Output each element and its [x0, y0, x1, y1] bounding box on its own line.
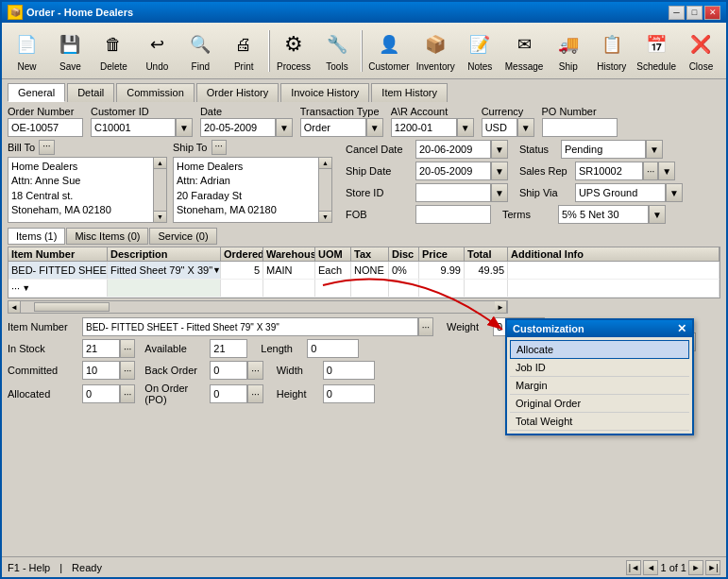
sales-rep-dots-btn[interactable]: ···	[643, 162, 658, 180]
undo-button[interactable]: ↩ Undo	[136, 26, 178, 77]
customer-id-input[interactable]	[91, 118, 176, 137]
cell-total-2[interactable]	[465, 280, 508, 297]
bill-to-scroll-down[interactable]: ▼	[154, 211, 166, 222]
height-input[interactable]	[323, 384, 375, 403]
tab-commission[interactable]: Commission	[116, 83, 195, 102]
allocated-input[interactable]	[82, 384, 120, 403]
in-stock-input[interactable]	[82, 339, 120, 358]
new-button[interactable]: 📄 New	[6, 26, 48, 77]
cell-tax-1[interactable]: NONE	[351, 262, 389, 279]
process-button[interactable]: ⚙ Process	[273, 26, 315, 77]
back-order-dots-btn[interactable]: ···	[247, 361, 262, 380]
terms-input[interactable]	[558, 205, 649, 224]
ship-button[interactable]: 🚚 Ship	[547, 26, 589, 77]
tab-invoice-history[interactable]: Invoice History	[280, 83, 369, 102]
ship-date-input[interactable]	[415, 162, 491, 180]
add-item-btn[interactable]: ···	[11, 282, 20, 294]
schedule-button[interactable]: 📅 Schedule	[634, 26, 679, 77]
ship-to-dots-btn[interactable]: ···	[212, 140, 227, 155]
cell-additional-info-1[interactable]	[508, 262, 720, 279]
cell-item-number-2[interactable]: ··· ▼	[8, 280, 108, 297]
tab-items[interactable]: Items (1)	[8, 228, 65, 245]
cell-ordered-2[interactable]	[221, 280, 263, 297]
tab-misc-items[interactable]: Misc Items (0)	[66, 228, 148, 245]
date-dropdown-btn[interactable]: ▼	[276, 118, 293, 137]
sales-rep-input[interactable]	[575, 162, 643, 180]
order-number-input[interactable]	[8, 118, 83, 137]
tab-order-history[interactable]: Order History	[196, 83, 279, 102]
items-scrollbar[interactable]: ◄ ►	[8, 300, 508, 314]
available-input[interactable]	[210, 339, 247, 358]
inventory-button[interactable]: 📦 Inventory	[414, 26, 458, 77]
ship-to-scroll-down[interactable]: ▼	[319, 211, 331, 222]
cell-uom-1[interactable]: Each	[315, 262, 351, 279]
maximize-button[interactable]: □	[686, 6, 703, 20]
bill-to-scroll-up[interactable]: ▲	[154, 158, 166, 169]
in-stock-dots-btn[interactable]: ···	[120, 339, 135, 358]
last-page-btn[interactable]: ►|	[705, 560, 720, 575]
history-button[interactable]: 📋 History	[590, 26, 633, 77]
cell-description-1[interactable]: Fitted Sheet 79" X 39" ▼	[108, 262, 221, 279]
ship-to-scroll-up[interactable]: ▲	[319, 158, 331, 169]
cell-additional-info-2[interactable]	[508, 280, 720, 297]
status-input[interactable]	[561, 140, 646, 159]
currency-dropdown-btn[interactable]: ▼	[517, 118, 534, 137]
store-id-input[interactable]	[415, 183, 491, 202]
item-number-bottom-dots-btn[interactable]: ···	[418, 317, 433, 336]
next-page-btn[interactable]: ►	[688, 560, 703, 575]
store-id-dropdown-btn[interactable]: ▼	[491, 183, 508, 202]
cell-disc-2[interactable]	[389, 280, 419, 297]
status-dropdown-btn[interactable]: ▼	[646, 140, 663, 159]
ar-account-dropdown-btn[interactable]: ▼	[457, 118, 474, 137]
back-order-input[interactable]	[210, 361, 247, 380]
save-button[interactable]: 💾 Save	[49, 26, 92, 77]
ar-account-input[interactable]	[391, 118, 457, 137]
cell-total-1[interactable]: 49.95	[465, 262, 508, 279]
minimize-button[interactable]: ─	[669, 6, 685, 20]
popup-item-job-id[interactable]: Job ID	[510, 359, 689, 377]
prev-page-btn[interactable]: ◄	[643, 560, 658, 575]
width-input[interactable]	[323, 361, 375, 380]
scroll-left-btn[interactable]: ◄	[8, 301, 21, 313]
committed-dots-btn[interactable]: ···	[120, 361, 135, 380]
ship-via-input[interactable]	[575, 183, 666, 202]
scroll-right-btn[interactable]: ►	[495, 301, 507, 313]
on-order-input[interactable]	[210, 384, 247, 403]
cell-uom-2[interactable]	[315, 280, 351, 297]
print-button[interactable]: 🖨 Print	[223, 26, 265, 77]
cell-price-2[interactable]	[419, 280, 465, 297]
cell-warehouse-1[interactable]: MAIN	[263, 262, 315, 279]
tab-detail[interactable]: Detail	[67, 83, 114, 102]
cancel-date-dropdown-btn[interactable]: ▼	[491, 140, 508, 159]
close-button[interactable]: ❌ Close	[680, 26, 722, 77]
tab-item-history[interactable]: Item History	[371, 83, 448, 102]
cell-item-number-1[interactable]: BED- FITTED SHEE ▼	[8, 262, 108, 279]
terms-dropdown-btn[interactable]: ▼	[649, 205, 666, 224]
ship-via-dropdown-btn[interactable]: ▼	[666, 183, 683, 202]
cell-tax-2[interactable]	[351, 280, 389, 297]
cell-warehouse-2[interactable]	[263, 280, 315, 297]
bill-to-dots-btn[interactable]: ···	[39, 140, 54, 155]
on-order-dots-btn[interactable]: ···	[247, 384, 262, 403]
delete-button[interactable]: 🗑 Delete	[93, 26, 135, 77]
committed-input[interactable]	[82, 361, 120, 380]
message-button[interactable]: ✉ Message	[502, 26, 547, 77]
fob-input[interactable]	[415, 205, 491, 224]
transaction-type-input[interactable]	[300, 118, 366, 137]
window-close-button[interactable]: ✕	[704, 6, 720, 20]
item-number-bottom-input[interactable]	[82, 317, 418, 336]
allocated-dots-btn[interactable]: ···	[120, 384, 135, 403]
currency-input[interactable]	[482, 118, 517, 137]
cell-ordered-1[interactable]: 5	[221, 262, 263, 279]
scroll-thumb[interactable]	[34, 302, 110, 312]
tab-service[interactable]: Service (0)	[149, 228, 216, 245]
tools-button[interactable]: 🔧 Tools	[316, 26, 359, 77]
cell-disc-1[interactable]: 0%	[389, 262, 419, 279]
date-input[interactable]	[200, 118, 276, 137]
sales-rep-dropdown-btn[interactable]: ▼	[658, 162, 675, 180]
first-page-btn[interactable]: |◄	[626, 560, 641, 575]
length-input[interactable]	[307, 339, 359, 358]
popup-item-margin[interactable]: Margin	[510, 377, 689, 395]
popup-item-total-weight[interactable]: Total Weight	[510, 413, 689, 431]
notes-button[interactable]: 📝 Notes	[459, 26, 501, 77]
